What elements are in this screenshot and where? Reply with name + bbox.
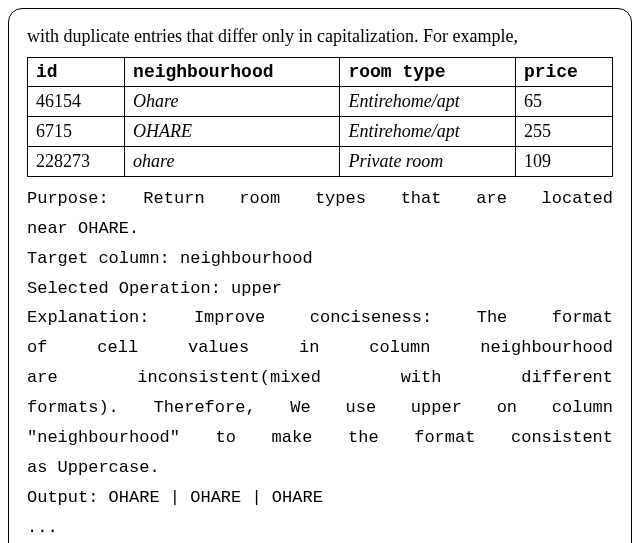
explanation-line-2: of cell values in column neighbourhood [27, 334, 613, 363]
explanation-line-6: as Uppercase. [27, 454, 613, 483]
col-neighbourhood: neighbourhood [125, 57, 340, 86]
cell-id: 6715 [28, 116, 125, 146]
table-row: 6715 OHARE Entirehome/apt 255 [28, 116, 613, 146]
explanation-line-1: Explanation: Improve conciseness: The fo… [27, 304, 613, 333]
selected-operation: Selected Operation: upper [27, 275, 613, 304]
output-line: Output: OHARE | OHARE | OHARE [27, 484, 613, 513]
purpose-line-1: Purpose: Return room types that are loca… [27, 185, 613, 214]
data-table: id neighbourhood room type price 46154 O… [27, 57, 613, 177]
purpose-line-2: near OHARE. [27, 215, 613, 244]
explanation-line-3: are inconsistent(mixed with different [27, 364, 613, 393]
target-column: Target column: neighbourhood [27, 245, 613, 274]
cell-id: 46154 [28, 86, 125, 116]
col-room-type: room type [340, 57, 515, 86]
cell-price: 255 [515, 116, 612, 146]
cell-neighbourhood: OHARE [125, 116, 340, 146]
table-header-row: id neighbourhood room type price [28, 57, 613, 86]
ellipsis: ... [27, 514, 613, 543]
cell-room-type: Entirehome/apt [340, 86, 515, 116]
col-price: price [515, 57, 612, 86]
intro-text: with duplicate entries that differ only … [27, 23, 613, 51]
cell-neighbourhood: ohare [125, 146, 340, 176]
example-box: with duplicate entries that differ only … [8, 8, 632, 543]
cell-price: 65 [515, 86, 612, 116]
cell-room-type: Entirehome/apt [340, 116, 515, 146]
table-row: 46154 Ohare Entirehome/apt 65 [28, 86, 613, 116]
explanation-line-4: formats). Therefore, We use upper on col… [27, 394, 613, 423]
cell-price: 109 [515, 146, 612, 176]
col-id: id [28, 57, 125, 86]
cell-room-type: Private room [340, 146, 515, 176]
explanation-line-5: "neighbourhood" to make the format consi… [27, 424, 613, 453]
table-row: 228273 ohare Private room 109 [28, 146, 613, 176]
cell-id: 228273 [28, 146, 125, 176]
cell-neighbourhood: Ohare [125, 86, 340, 116]
